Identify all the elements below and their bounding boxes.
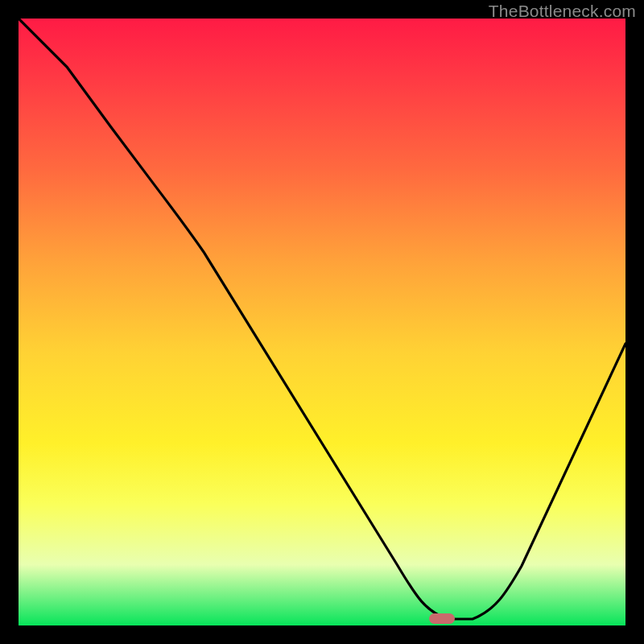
bottleneck-curve <box>19 19 625 625</box>
curve-path <box>19 19 625 619</box>
optimal-marker <box>429 613 455 624</box>
watermark-text: TheBottleneck.com <box>489 2 636 21</box>
chart-plot-area <box>19 19 625 625</box>
